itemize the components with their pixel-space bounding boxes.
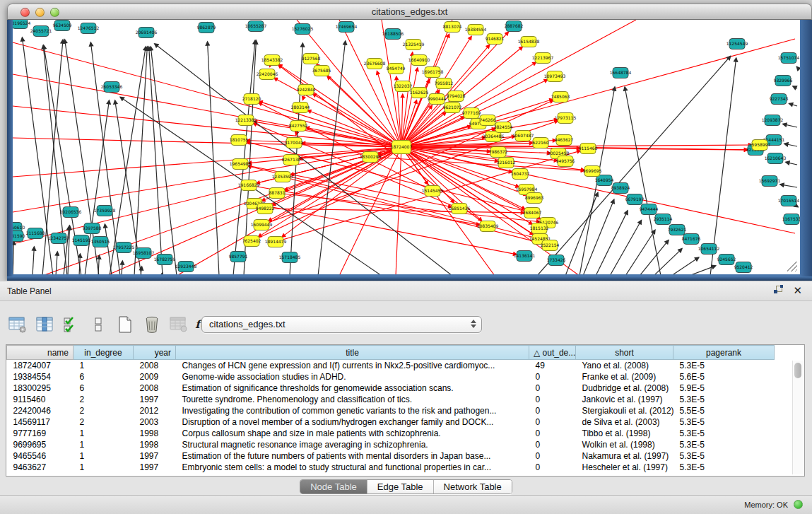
- graph-edge[interactable]: [122, 261, 122, 274]
- graph-edge[interactable]: [610, 221, 642, 274]
- table-row[interactable]: 977716911998Corpus callosum shape and si…: [7, 428, 775, 439]
- graph-edge[interactable]: [783, 124, 797, 127]
- graph-edge[interactable]: [710, 58, 736, 274]
- canvas-resize-grip[interactable]: [787, 262, 797, 271]
- graph-edge[interactable]: [162, 273, 163, 274]
- table-cell: 0: [529, 462, 576, 473]
- table-row[interactable]: 1872400712008Changes of HCN gene express…: [7, 360, 775, 371]
- graph-edge[interactable]: [105, 224, 112, 274]
- column-header-name[interactable]: name: [7, 346, 73, 360]
- graph-edge[interactable]: [640, 240, 669, 274]
- graph-edge[interactable]: [789, 103, 797, 106]
- graph-edge[interactable]: [780, 185, 797, 187]
- graph-edge[interactable]: [797, 206, 798, 207]
- checkbox-list-icon[interactable]: [88, 314, 109, 335]
- graph-node-label: 22420046: [257, 71, 278, 76]
- node-table: namein_degreeyeartitle△ out_de...shortpa…: [6, 344, 805, 477]
- window-titlebar[interactable]: citations_edges.txt: [7, 4, 812, 20]
- table-row[interactable]: 946554611997Estimation of the future num…: [7, 450, 775, 462]
- table-row[interactable]: 911546021997Tourette syndrome. Phenomeno…: [7, 394, 775, 405]
- table-row[interactable]: 1938455462009Genome-wide association stu…: [7, 371, 775, 382]
- graph-node-label: 1810755: [230, 137, 249, 142]
- graph-edge[interactable]: [689, 266, 716, 274]
- graph-edge[interactable]: [596, 211, 628, 274]
- graph-edge[interactable]: [85, 100, 109, 274]
- graph-edge[interactable]: [583, 199, 614, 274]
- graph-node-label: 17469654: [336, 24, 358, 29]
- graph-edge[interactable]: [793, 86, 797, 88]
- table-source-combobox[interactable]: citations_edges.txt: [201, 316, 482, 333]
- graph-edge[interactable]: [796, 66, 797, 67]
- memory-status-indicator[interactable]: [794, 500, 803, 509]
- graph-edge[interactable]: [565, 192, 598, 274]
- scrollbar-thumb[interactable]: [794, 363, 801, 378]
- graph-edge[interactable]: [33, 247, 34, 274]
- graph-edge[interactable]: [110, 47, 146, 274]
- table-cell: 9699695: [7, 439, 73, 450]
- table-cell: 18724007: [7, 360, 73, 371]
- graph-node-label: 8938924: [611, 185, 630, 190]
- graph-node-label: 2115688: [26, 230, 45, 235]
- table-row[interactable]: 1456911722003Disruption of a novel membe…: [7, 416, 775, 428]
- table-row[interactable]: 1830029562008Estimation of significance …: [7, 382, 775, 394]
- select-column-icon[interactable]: [34, 314, 55, 335]
- graph-node-label: 18724007: [391, 144, 413, 149]
- float-panel-icon[interactable]: [774, 286, 783, 295]
- tab-edge-table[interactable]: Edge Table: [367, 480, 434, 493]
- column-header-out_de[interactable]: △ out_de...: [529, 346, 576, 360]
- table-cell: 5.3E-5: [673, 394, 775, 405]
- tab-node-table[interactable]: Node Table: [300, 480, 367, 493]
- table-cell: 5.5E-5: [673, 405, 775, 416]
- column-header-short[interactable]: short: [576, 346, 673, 360]
- graph-edge[interactable]: [671, 257, 699, 274]
- graph-edge[interactable]: [283, 177, 542, 243]
- graph-edge[interactable]: [151, 47, 177, 274]
- graph-edge[interactable]: [79, 254, 80, 274]
- graph-node-label: 16154838: [518, 39, 540, 44]
- graph-edge[interactable]: [784, 144, 797, 146]
- graph-node-label: 26053346: [101, 84, 123, 89]
- graph-node-label: 21325419: [403, 42, 425, 47]
- graph-node-label: 7625402: [242, 238, 261, 243]
- graph-node-label: 8471676: [682, 236, 701, 241]
- table-row[interactable]: 969969511998Structural magnetic resonanc…: [7, 439, 775, 450]
- select-all-checks-icon[interactable]: [61, 314, 82, 335]
- graph-node-label: 3675685: [312, 68, 331, 73]
- table-vertical-scrollbar[interactable]: [792, 361, 803, 474]
- graph-edge[interactable]: [786, 162, 797, 165]
- tab-network-table[interactable]: Network Table: [434, 480, 512, 493]
- table-cell: 0: [529, 416, 576, 428]
- table-row[interactable]: 2242004622012Investigating the contribut…: [7, 405, 775, 416]
- delete-entry-icon[interactable]: [141, 314, 163, 335]
- close-panel-icon[interactable]: ✕: [793, 286, 802, 295]
- table-cell: 1997: [134, 394, 176, 405]
- graph-edge[interactable]: [297, 20, 401, 147]
- graph-node-label: 24055721: [30, 28, 52, 33]
- graph-edge[interactable]: [13, 241, 14, 274]
- graph-node-label: 9474444: [640, 206, 659, 211]
- table-settings-icon[interactable]: [7, 314, 28, 335]
- graph-node-label: 9634509: [53, 23, 72, 28]
- table-row[interactable]: 946362711997Embryonic stem cells: a mode…: [7, 462, 775, 473]
- graph-node-label: 9397588: [83, 226, 102, 230]
- graph-edge[interactable]: [98, 255, 99, 274]
- graph-node-label: 16188506: [382, 31, 404, 36]
- graph-edge[interactable]: [625, 87, 661, 274]
- graph-node-label: 12213967: [532, 55, 554, 60]
- graph-node-label: 9329966: [774, 78, 793, 83]
- table-cell: 2012: [134, 405, 176, 416]
- table-cell: de Silva et al. (2003): [576, 416, 673, 428]
- table-cell: 1998: [134, 428, 176, 439]
- column-header-year[interactable]: year: [134, 346, 176, 360]
- graph-node-label: 9115460: [579, 146, 598, 151]
- table-cell: Structural magnetic resonance image aver…: [176, 439, 529, 450]
- column-header-title[interactable]: title: [176, 346, 529, 360]
- column-header-pagerank[interactable]: pagerank: [673, 346, 775, 360]
- column-header-in_degree[interactable]: in_degree: [73, 346, 134, 360]
- network-canvas[interactable]: 1019652424055721963450912476512206914069…: [13, 20, 800, 274]
- graph-node-label: 16640910: [408, 57, 430, 62]
- new-table-icon[interactable]: [114, 314, 136, 335]
- table-cell: 5.3E-5: [673, 450, 775, 462]
- graph-node-label: 10655287: [245, 23, 267, 28]
- graph-edge[interactable]: [625, 230, 655, 274]
